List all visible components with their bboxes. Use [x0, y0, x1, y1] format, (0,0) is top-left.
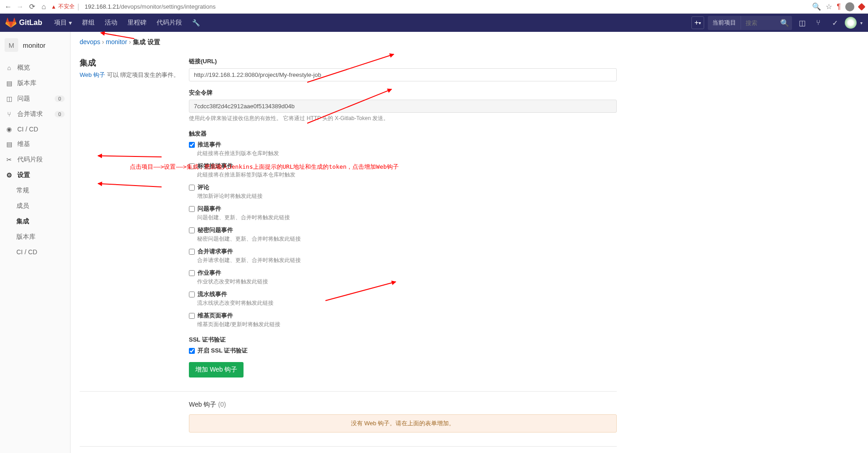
url-label: 链接(URL)	[189, 57, 617, 65]
wiki-icon: ▤	[5, 141, 13, 148]
merge-icon: ⑂	[5, 111, 13, 118]
star-icon[interactable]: ☆	[826, 2, 832, 11]
search-group: 当前项目 🔍	[708, 16, 792, 30]
add-webhook-button[interactable]: 增加 Web 钩子	[189, 362, 244, 378]
sidebar-issues[interactable]: ◫问题0	[0, 91, 70, 106]
sidebar-sub-members[interactable]: 成员	[11, 198, 70, 214]
nav-snippets[interactable]: 代码片段	[152, 16, 187, 30]
todos-icon[interactable]: ✓	[828, 16, 841, 29]
webhooks-header: Web 钩子 (0)	[189, 401, 617, 409]
gitlab-logo[interactable]: GitLab	[5, 18, 42, 28]
trigger-checkbox-5[interactable]	[189, 249, 195, 255]
trigger-label-4: 秘密问题事件	[198, 226, 233, 234]
trigger-checkbox-8[interactable]	[189, 313, 195, 319]
trigger-checkbox-7[interactable]	[189, 292, 195, 297]
back-btn[interactable]: ←	[4, 2, 13, 11]
token-label: 安全令牌	[189, 89, 617, 97]
chevron-down-icon: ▾	[69, 19, 72, 26]
trigger-checkbox-2[interactable]	[189, 185, 195, 191]
issues-icon: ◫	[5, 95, 13, 102]
forward-btn[interactable]: →	[15, 2, 25, 11]
sidebar-repo[interactable]: ▤版本库	[0, 76, 70, 91]
trigger-checkbox-0[interactable]	[189, 142, 195, 148]
sidebar-settings[interactable]: ⚙设置	[0, 167, 70, 183]
breadcrumb-project[interactable]: devops	[80, 38, 100, 45]
trigger-label-3: 问题事件	[198, 205, 221, 213]
trigger-desc-2: 增加新评论时将触发此链接	[197, 192, 617, 200]
gitlab-tanuki-icon	[5, 18, 16, 28]
merge-requests-icon[interactable]: ⑂	[812, 16, 825, 29]
search-icon[interactable]: 🔍	[812, 2, 821, 11]
sidebar-overview[interactable]: ⌂概览	[0, 60, 70, 76]
profile-icon[interactable]	[845, 2, 854, 11]
trigger-desc-1: 此链接将在推送新标签到版本仓库时触发	[197, 171, 617, 179]
issues-icon[interactable]: ◫	[796, 16, 808, 29]
sidebar-cicd[interactable]: ◉CI / CD	[0, 122, 70, 136]
sidebar-sub-cicd[interactable]: CI / CD	[11, 245, 70, 259]
sidebar-sub-general[interactable]: 常规	[11, 183, 70, 198]
main-content: devops › monitor › 集成 设置 集成 Web 钩子 可以 绑定…	[71, 32, 868, 453]
sidebar-merge[interactable]: ⑂合并请求0	[0, 106, 70, 122]
token-input[interactable]	[189, 100, 617, 113]
ssl-checkbox[interactable]	[189, 348, 195, 354]
insecure-indicator: ▲ 不安全	[51, 3, 75, 10]
sidebar-sub-repo[interactable]: 版本库	[11, 229, 70, 245]
nav-activity[interactable]: 活动	[100, 16, 122, 30]
nav-groups[interactable]: 群组	[77, 16, 99, 30]
integrations-desc: Web 钩子 可以 绑定项目发生的事件。	[80, 71, 180, 79]
url-input[interactable]	[189, 68, 617, 81]
trigger-desc-0: 此链接将在推送到版本仓库时触发	[197, 150, 617, 157]
reload-btn[interactable]: ⟳	[27, 2, 36, 11]
home-btn[interactable]: ⌂	[39, 2, 48, 11]
token-help: 使用此令牌来验证接收信息的有效性。 它将通过 HTTP 头的 X-Gitlab-…	[189, 115, 617, 122]
trigger-checkbox-6[interactable]	[189, 270, 195, 276]
integrations-title: 集成	[80, 57, 180, 68]
trigger-checkbox-3[interactable]	[189, 206, 195, 212]
trigger-desc-5: 合并请求创建、更新、合并时将触发此链接	[197, 257, 617, 264]
url-display[interactable]: 192.168.1.21/devops/monitor/settings/int…	[85, 3, 216, 10]
plus-button[interactable]: + ▾	[691, 16, 704, 29]
trigger-label-8: 维基页面事件	[198, 312, 233, 320]
home-icon: ⌂	[5, 64, 13, 71]
extension-icon[interactable]	[858, 3, 866, 10]
ssl-label: SSL 证书验证	[189, 336, 617, 344]
merge-badge: 0	[55, 111, 65, 117]
triggers-label: 触发器	[189, 130, 617, 138]
trigger-label-5: 合并请求事件	[198, 247, 233, 256]
search-scope[interactable]: 当前项目	[708, 16, 741, 30]
trigger-desc-7: 流水线状态改变时将触发此链接	[197, 299, 617, 307]
trigger-desc-4: 秘密问题创建、更新、合并时将触发此链接	[197, 235, 617, 243]
warning-icon: ▲	[51, 4, 56, 10]
breadcrumb-page: 集成 设置	[133, 38, 160, 45]
issues-badge: 0	[55, 96, 65, 102]
user-avatar[interactable]	[845, 17, 857, 29]
sidebar: M monitor ⌂概览 ▤版本库 ◫问题0 ⑂合并请求0 ◉CI / CD …	[0, 32, 71, 453]
pilcrow-icon[interactable]: ¶	[837, 3, 841, 11]
project-name: monitor	[23, 41, 46, 49]
nav-wrench-icon[interactable]: 🔧	[188, 16, 204, 30]
trigger-label-7: 流水线事件	[198, 290, 227, 298]
search-icon[interactable]: 🔍	[777, 16, 792, 30]
trigger-label-2: 评论	[198, 183, 209, 191]
trigger-checkbox-4[interactable]	[189, 227, 195, 233]
empty-webhooks-notice: 没有 Web 钩子。请在上面的表单增加。	[189, 414, 617, 433]
repo-icon: ▤	[5, 80, 13, 87]
cicd-icon: ◉	[5, 126, 13, 133]
breadcrumb: devops › monitor › 集成 设置	[80, 38, 859, 46]
trigger-desc-3: 问题创建、更新、合并时将触发此链接	[197, 214, 617, 221]
project-header[interactable]: M monitor	[0, 32, 70, 58]
project-avatar: M	[5, 38, 18, 52]
gear-icon: ⚙	[5, 171, 13, 179]
ssl-check-label: 开启 SSL 证书验证	[198, 347, 248, 355]
sidebar-snippets[interactable]: ✂代码片段	[0, 152, 70, 167]
nav-milestones[interactable]: 里程碑	[123, 16, 151, 30]
nav-projects[interactable]: 项目 ▾	[50, 16, 76, 30]
sidebar-wiki[interactable]: ▤维基	[0, 136, 70, 152]
browser-chrome: ← → ⟳ ⌂ ▲ 不安全 | 192.168.1.21/devops/moni…	[0, 0, 868, 14]
sidebar-sub-integrations[interactable]: 集成	[11, 214, 70, 229]
breadcrumb-subproject[interactable]: monitor	[106, 38, 127, 45]
annotation-text: 点击项目——>设置——>集成，然后输入Jenkins上面提示的URL地址和生成的…	[130, 163, 399, 171]
trigger-label-6: 作业事件	[198, 269, 221, 277]
search-input[interactable]	[741, 17, 777, 29]
webhooks-link[interactable]: Web 钩子	[80, 71, 105, 78]
